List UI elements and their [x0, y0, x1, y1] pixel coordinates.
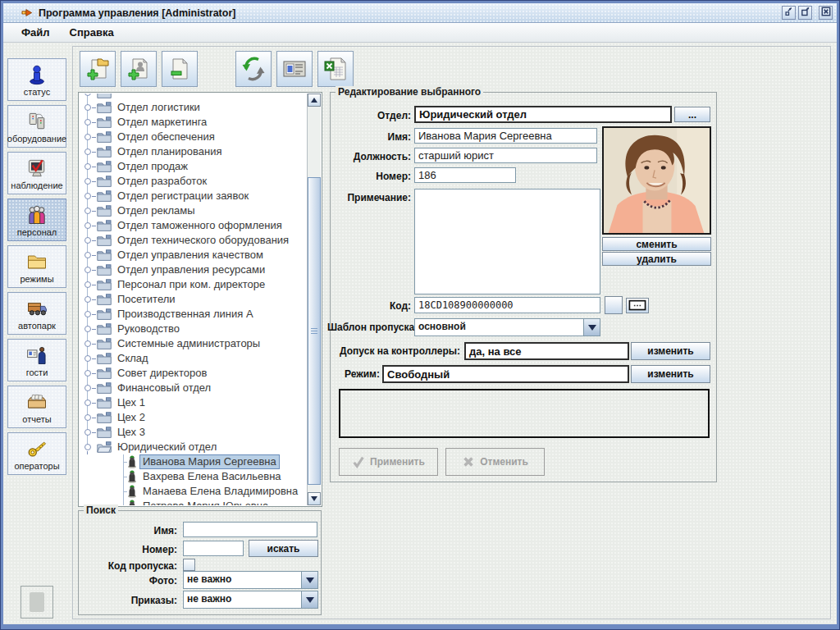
refresh-button[interactable]	[235, 51, 272, 87]
tree-department-row[interactable]: Отдел технического оборудования	[80, 233, 307, 248]
tree-department-row[interactable]: Отдел обеспечения	[80, 130, 307, 144]
tree-department-label[interactable]: Отдел регистрации заявок	[115, 189, 251, 203]
photo-delete-button[interactable]: удалить	[602, 252, 711, 266]
tree-department-row[interactable]: Отдел разработок	[80, 174, 307, 189]
tree-expand-handle-icon[interactable]	[83, 159, 97, 174]
tree-member-label[interactable]: Манаева Елена Владимировна	[140, 485, 300, 498]
tree-expand-handle-icon[interactable]	[83, 262, 97, 277]
tree-department-label[interactable]: Отдел разработок	[115, 175, 209, 188]
mode-field[interactable]: Свободный	[382, 365, 629, 383]
remove-entry-button[interactable]	[162, 51, 198, 87]
tree-department-row[interactable]: Склад	[80, 351, 307, 366]
tree-department-row[interactable]: Руководство	[80, 322, 307, 336]
tree-department-label[interactable]: Отдел логистики	[115, 101, 203, 114]
tree-department-label[interactable]: Цех 2	[115, 411, 148, 424]
tree-expand-handle-icon[interactable]	[83, 381, 97, 395]
tree-department-row[interactable]: Производственная линия А	[80, 307, 307, 322]
sidebar-extra-button-disabled[interactable]	[21, 586, 53, 619]
department-tree[interactable]: Отдел логистики Отдел маркетинга Отдел о…	[80, 94, 307, 505]
sidebar-item-автопарк[interactable]: автопарк	[7, 292, 66, 335]
tree-department-label[interactable]: Отдел планирования	[115, 145, 224, 158]
scrollbar-thumb[interactable]	[308, 177, 321, 485]
scroll-down-button[interactable]	[308, 492, 321, 505]
sidebar-item-гости[interactable]: гости	[7, 339, 66, 381]
tree-department-row[interactable]: Отдел продаж	[80, 159, 307, 174]
excel-export-button[interactable]	[317, 51, 354, 87]
tree-department-label[interactable]: Цех 1	[115, 396, 148, 409]
tree-expand-handle-icon[interactable]	[83, 174, 97, 189]
tree-department-label[interactable]: Отдел управления ресурсами	[115, 263, 267, 276]
tree-department-label[interactable]: Совет директоров	[115, 367, 209, 380]
search-orders-select[interactable]: не важно	[183, 591, 318, 609]
minimize-button[interactable]	[782, 6, 796, 20]
tree-department-row[interactable]: Отдел регистрации заявок	[80, 189, 307, 203]
tree-expand-handle-icon[interactable]	[83, 336, 97, 351]
scroll-up-button[interactable]	[308, 94, 321, 107]
tree-department-label[interactable]: Отдел продаж	[115, 160, 190, 173]
tree-department-label[interactable]: Отдел маркетинга	[115, 116, 209, 129]
tree-department-row[interactable]: Отдел управления качеством	[80, 248, 307, 262]
search-number-input[interactable]	[183, 541, 244, 556]
add-group-button[interactable]	[80, 51, 116, 87]
code-paste-button[interactable]	[605, 296, 623, 314]
sidebar-item-наблюдение[interactable]: наблюдение	[7, 152, 66, 194]
photo-change-button[interactable]: сменить	[602, 237, 711, 251]
department-field[interactable]: Юридический отдел	[414, 106, 672, 123]
tree-member-row[interactable]: Вахрева Елена Васильевна	[80, 469, 307, 484]
note-field[interactable]	[414, 189, 600, 294]
tree-member-label[interactable]: Иванова Мария Сергеевна	[140, 455, 279, 468]
tree-expand-handle-icon[interactable]	[83, 410, 97, 425]
chevron-down-icon[interactable]	[301, 572, 317, 588]
tree-department-label[interactable]: Цех 3	[115, 426, 148, 439]
department-browse-button[interactable]: ...	[674, 107, 710, 122]
tree-expand-handle-icon[interactable]	[83, 277, 97, 292]
tree-department-label[interactable]: Системные администраторы	[115, 337, 262, 350]
tree-department-row[interactable]: Цех 1	[80, 395, 307, 410]
sidebar-item-отчеты[interactable]: отчеты	[7, 386, 66, 428]
chevron-down-icon[interactable]	[301, 591, 317, 608]
tree-expand-handle-icon[interactable]	[83, 203, 97, 218]
cancel-button[interactable]: Отменить	[445, 448, 545, 476]
search-photo-select[interactable]: не важно	[183, 571, 318, 589]
tree-department-label[interactable]: Отдел рекламы	[115, 204, 198, 217]
pass-template-select[interactable]: основной	[414, 318, 600, 336]
tree-department-row[interactable]: Отдел таможенного оформления	[80, 218, 307, 233]
sidebar-item-статус[interactable]: статус	[7, 58, 66, 101]
tree-department-label[interactable]: Отдел таможенного оформления	[115, 219, 285, 232]
tree-department-label[interactable]: Финансовый отдел	[115, 381, 213, 395]
menu-item-1[interactable]: Справка	[62, 25, 122, 40]
pass-code-checkbox[interactable]	[183, 559, 195, 571]
tree-expand-handle-icon[interactable]	[83, 248, 97, 262]
code-card-button[interactable]	[626, 298, 649, 313]
tree-member-label[interactable]: Петрова Мария Юрьевна	[140, 500, 271, 505]
tree-department-row[interactable]: Цех 2	[80, 410, 307, 425]
tree-expand-handle-icon[interactable]	[83, 366, 97, 381]
tree-department-row[interactable]: Юридический отдел	[80, 440, 307, 454]
tree-expand-handle-icon[interactable]	[83, 130, 97, 144]
name-field[interactable]	[414, 128, 597, 144]
tree-expand-handle-icon[interactable]	[83, 425, 97, 440]
tree-expand-handle-icon[interactable]	[83, 144, 97, 159]
tree-expand-handle-icon[interactable]	[83, 440, 97, 454]
tree-department-row[interactable]: Системные администраторы	[80, 336, 307, 351]
tree-expand-handle-icon[interactable]	[83, 395, 97, 410]
tree-expand-handle-icon[interactable]	[83, 351, 97, 366]
tree-department-label[interactable]: Производственная линия А	[115, 308, 256, 321]
tree-department-label[interactable]: Отдел управления качеством	[115, 249, 266, 262]
tree-member-row[interactable]: Манаева Елена Владимировна	[80, 484, 307, 499]
tree-expand-handle-icon[interactable]	[83, 218, 97, 233]
tree-department-row[interactable]: Финансовый отдел	[80, 381, 307, 395]
tree-member-row[interactable]: Иванова Мария Сергеевна	[80, 454, 307, 469]
sidebar-item-оборудование[interactable]: оборудование	[7, 105, 66, 148]
badge-button[interactable]	[276, 51, 313, 87]
tree-department-row[interactable]: Отдел управления ресурсами	[80, 262, 307, 277]
tree-department-row[interactable]: Отдел планирования	[80, 144, 307, 159]
position-field[interactable]	[414, 148, 597, 163]
number-field[interactable]	[414, 167, 516, 183]
add-person-button[interactable]	[121, 51, 157, 87]
tree-department-label[interactable]: Персонал при ком. директоре	[115, 278, 267, 291]
controllers-access-field[interactable]: да, на все	[464, 342, 629, 360]
tree-department-row[interactable]: Отдел рекламы	[80, 203, 307, 218]
maximize-button[interactable]	[798, 6, 812, 20]
tree-expand-handle-icon[interactable]	[83, 322, 97, 336]
